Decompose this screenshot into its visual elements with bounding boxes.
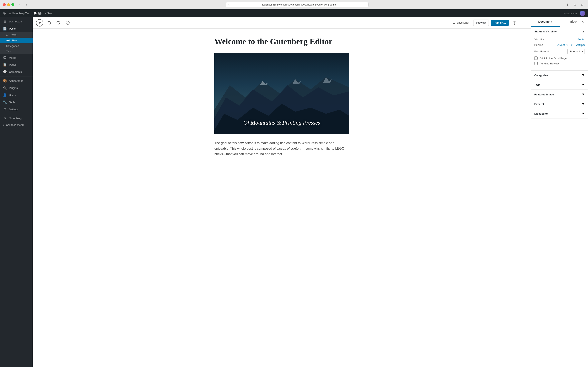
- sidebar-item-plugins[interactable]: 🔌 Plugins: [0, 84, 33, 92]
- sidebar-item-pages[interactable]: 📋 Pages: [0, 61, 33, 68]
- status-visibility-header[interactable]: Status & Visibility ▲: [531, 27, 588, 36]
- sidebar-item-settings[interactable]: ⚙ Settings: [0, 106, 33, 113]
- wp-admin: ⊕ ⌂ Gutenberg Test 💬 0 + New Howdy, matt: [0, 9, 588, 367]
- admin-bar-right: Howdy, matt: [564, 11, 585, 16]
- collapse-label: Collapse menu: [6, 123, 24, 126]
- post-title[interactable]: Welcome to the Gutenberg Editor: [214, 37, 349, 47]
- publish-date-value[interactable]: August 29, 2018 7:49 pm: [557, 44, 585, 47]
- forward-button[interactable]: ›: [24, 2, 29, 8]
- excerpt-chevron-icon: ▼: [581, 102, 585, 106]
- sidebar-item-label: Comments: [9, 70, 22, 73]
- status-visibility-title: Status & Visibility: [534, 30, 557, 33]
- editor-settings-button[interactable]: [511, 19, 518, 26]
- sidebar-item-label: Settings: [9, 108, 18, 111]
- sidebar-item-posts[interactable]: 📄 Posts: [0, 25, 33, 32]
- plugins-icon: 🔌: [3, 86, 7, 90]
- settings-icon: ⚙: [3, 108, 7, 111]
- sidebar-item-users[interactable]: 👤 Users: [0, 92, 33, 99]
- tags-section[interactable]: Tags ▼: [531, 80, 588, 90]
- add-block-button[interactable]: +: [36, 19, 43, 26]
- redo-button[interactable]: [55, 19, 62, 26]
- visibility-value[interactable]: Public: [578, 38, 585, 41]
- more-options-button[interactable]: ⋮: [520, 19, 527, 26]
- sidebar-item-appearance[interactable]: 🎨 Appearance: [0, 77, 33, 84]
- sidebar-item-label: Dashboard: [9, 20, 22, 23]
- panel-close-button[interactable]: ×: [580, 19, 586, 25]
- discussion-section[interactable]: Discussion ▼: [531, 109, 588, 118]
- minimize-window-button[interactable]: [7, 3, 10, 6]
- share-button[interactable]: ⬆: [565, 2, 571, 8]
- sidebar-toggle-button[interactable]: ⊟: [579, 2, 585, 8]
- admin-bar-comments[interactable]: 💬 0: [34, 12, 42, 15]
- categories-section[interactable]: Categories ▼: [531, 71, 588, 80]
- sidebar-item-label: Pages: [9, 63, 17, 66]
- sidebar-item-gutenberg[interactable]: G Gutenberg: [0, 115, 33, 122]
- site-icon: ⌂: [9, 12, 11, 15]
- pending-review-row: Pending Review: [534, 62, 585, 65]
- posts-submenu: All Posts Add New Categories Tags: [0, 32, 33, 54]
- status-visibility-section: Status & Visibility ▲ Visibility Public …: [531, 27, 588, 71]
- wp-logo-icon[interactable]: ⊕: [3, 11, 6, 16]
- sidebar-item-tags[interactable]: Tags: [0, 49, 33, 54]
- stick-to-front-checkbox[interactable]: [534, 57, 537, 60]
- save-draft-label: Save Draft: [457, 21, 469, 24]
- toolbar-right: ☁ Save Draft Preview Publish…: [450, 19, 527, 26]
- editor-content[interactable]: Welcome to the Gutenberg Editor: [33, 29, 531, 367]
- posts-icon: 📄: [3, 27, 7, 31]
- sidebar: ⊞ Dashboard 📄 Posts All Posts Add New Ca…: [0, 17, 33, 367]
- post-format-select[interactable]: Standard Aside Image Video Quote Link Ga…: [567, 49, 585, 54]
- sidebar-item-comments[interactable]: 💬 Comments: [0, 68, 33, 75]
- wp-content: ⊞ Dashboard 📄 Posts All Posts Add New Ca…: [0, 17, 588, 367]
- sidebar-item-categories[interactable]: Categories: [0, 43, 33, 49]
- featured-image-block[interactable]: Of Mountains & Printing Presses: [214, 53, 349, 134]
- featured-image-section[interactable]: Featured Image ▼: [531, 90, 588, 99]
- admin-bar-site[interactable]: ⌂ Gutenberg Test: [9, 12, 30, 15]
- post-body[interactable]: The goal of this new editor is to make a…: [214, 140, 349, 157]
- publish-label: Publish…: [494, 21, 506, 24]
- pending-review-checkbox[interactable]: [534, 62, 537, 65]
- close-icon: ×: [582, 20, 584, 24]
- image-caption: Of Mountains & Printing Presses: [243, 119, 320, 134]
- sidebar-divider-2: [0, 114, 33, 114]
- sidebar-item-add-new[interactable]: Add New: [0, 38, 33, 43]
- save-draft-button[interactable]: ☁ Save Draft: [450, 20, 471, 26]
- collapse-menu-button[interactable]: « Collapse menu: [0, 122, 33, 128]
- back-button[interactable]: ‹: [17, 2, 22, 8]
- avatar[interactable]: [580, 11, 585, 16]
- dashboard-icon: ⊞: [3, 20, 7, 24]
- tab-document[interactable]: Document: [531, 17, 560, 27]
- admin-bar-left: ⊕ ⌂ Gutenberg Test 💬 0 + New: [3, 11, 52, 16]
- sidebar-item-media[interactable]: 🖼 Media: [0, 54, 33, 61]
- toolbar-left: +: [36, 19, 71, 26]
- publish-button[interactable]: Publish…: [491, 20, 509, 26]
- sidebar-item-all-posts[interactable]: All Posts: [0, 32, 33, 38]
- panel-tabs: Document Block ×: [531, 17, 588, 27]
- close-window-button[interactable]: [3, 3, 6, 6]
- publish-row: Publish August 29, 2018 7:49 pm: [534, 43, 585, 47]
- preview-button[interactable]: Preview: [473, 20, 489, 26]
- sidebar-item-tools[interactable]: 🔧 Tools: [0, 99, 33, 106]
- browser-chrome: ‹ › ↻ localhost:8888/wordpress/wp-admin/…: [0, 0, 588, 9]
- tags-chevron-icon: ▼: [581, 83, 585, 87]
- post-format-label: Post Format: [534, 50, 549, 53]
- excerpt-section[interactable]: Excerpt ▼: [531, 99, 588, 109]
- undo-button[interactable]: [45, 19, 53, 26]
- maximize-window-button[interactable]: [11, 3, 14, 6]
- media-icon: 🖼: [3, 56, 7, 59]
- comment-icon: 💬: [34, 12, 37, 15]
- url-text: localhost:8888/wordpress/wp-admin/post-n…: [232, 3, 366, 6]
- categories-title: Categories: [534, 74, 548, 77]
- address-bar[interactable]: ↻ localhost:8888/wordpress/wp-admin/post…: [226, 2, 369, 7]
- admin-bar-new[interactable]: + New: [45, 12, 52, 15]
- discussion-title: Discussion: [534, 112, 548, 115]
- new-tab-button[interactable]: ⊞: [572, 2, 578, 8]
- howdy-text: Howdy, matt: [564, 12, 578, 15]
- cloud-icon: ☁: [452, 21, 455, 25]
- sidebar-item-dashboard[interactable]: ⊞ Dashboard: [0, 18, 33, 25]
- new-label: + New: [45, 12, 52, 15]
- mountain-image: Of Mountains & Printing Presses: [214, 53, 349, 134]
- collapse-icon: «: [3, 123, 4, 126]
- publish-label: Publish: [534, 43, 543, 47]
- info-button[interactable]: [64, 19, 71, 26]
- editor-area: +: [33, 17, 531, 367]
